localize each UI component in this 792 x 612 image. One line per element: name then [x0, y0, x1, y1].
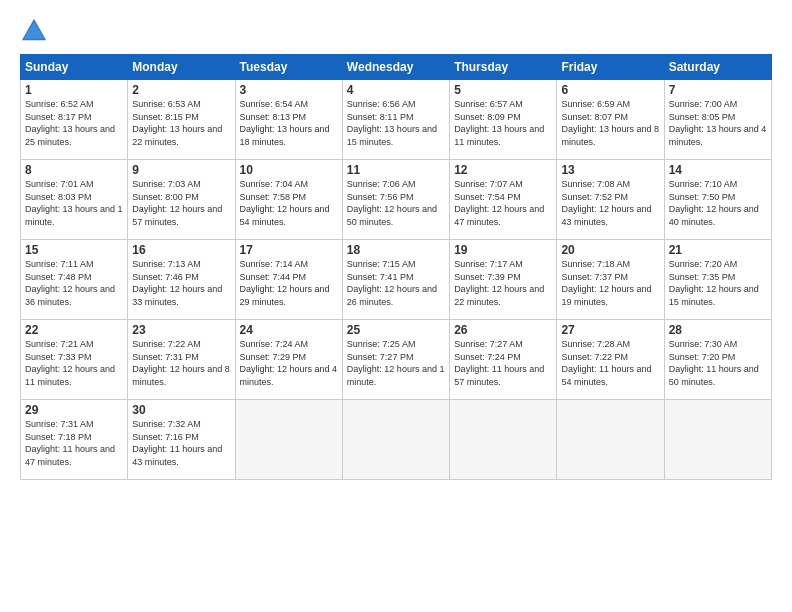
svg-marker-1: [24, 23, 45, 39]
calendar-week-2: 8Sunrise: 7:01 AMSunset: 8:03 PMDaylight…: [21, 160, 772, 240]
day-info: Sunrise: 6:57 AMSunset: 8:09 PMDaylight:…: [454, 99, 544, 147]
day-info: Sunrise: 7:28 AMSunset: 7:22 PMDaylight:…: [561, 339, 651, 387]
day-info: Sunrise: 7:32 AMSunset: 7:16 PMDaylight:…: [132, 419, 222, 467]
col-header-tuesday: Tuesday: [235, 55, 342, 80]
day-number: 28: [669, 323, 767, 337]
calendar-cell: [235, 400, 342, 480]
calendar-cell: 1Sunrise: 6:52 AMSunset: 8:17 PMDaylight…: [21, 80, 128, 160]
day-info: Sunrise: 7:08 AMSunset: 7:52 PMDaylight:…: [561, 179, 651, 227]
day-info: Sunrise: 7:30 AMSunset: 7:20 PMDaylight:…: [669, 339, 759, 387]
day-info: Sunrise: 7:00 AMSunset: 8:05 PMDaylight:…: [669, 99, 767, 147]
calendar-cell: 13Sunrise: 7:08 AMSunset: 7:52 PMDayligh…: [557, 160, 664, 240]
page-header: [20, 16, 772, 44]
calendar-cell: 20Sunrise: 7:18 AMSunset: 7:37 PMDayligh…: [557, 240, 664, 320]
day-info: Sunrise: 6:53 AMSunset: 8:15 PMDaylight:…: [132, 99, 222, 147]
calendar-cell: 25Sunrise: 7:25 AMSunset: 7:27 PMDayligh…: [342, 320, 449, 400]
calendar-cell: 12Sunrise: 7:07 AMSunset: 7:54 PMDayligh…: [450, 160, 557, 240]
day-number: 13: [561, 163, 659, 177]
day-number: 5: [454, 83, 552, 97]
calendar-cell: 18Sunrise: 7:15 AMSunset: 7:41 PMDayligh…: [342, 240, 449, 320]
calendar-cell: 28Sunrise: 7:30 AMSunset: 7:20 PMDayligh…: [664, 320, 771, 400]
day-info: Sunrise: 7:21 AMSunset: 7:33 PMDaylight:…: [25, 339, 115, 387]
day-number: 12: [454, 163, 552, 177]
calendar-cell: 24Sunrise: 7:24 AMSunset: 7:29 PMDayligh…: [235, 320, 342, 400]
calendar-cell: 19Sunrise: 7:17 AMSunset: 7:39 PMDayligh…: [450, 240, 557, 320]
calendar-cell: 26Sunrise: 7:27 AMSunset: 7:24 PMDayligh…: [450, 320, 557, 400]
calendar-week-1: 1Sunrise: 6:52 AMSunset: 8:17 PMDaylight…: [21, 80, 772, 160]
calendar-cell: 5Sunrise: 6:57 AMSunset: 8:09 PMDaylight…: [450, 80, 557, 160]
calendar-cell: 7Sunrise: 7:00 AMSunset: 8:05 PMDaylight…: [664, 80, 771, 160]
calendar-cell: 2Sunrise: 6:53 AMSunset: 8:15 PMDaylight…: [128, 80, 235, 160]
day-number: 11: [347, 163, 445, 177]
day-info: Sunrise: 7:14 AMSunset: 7:44 PMDaylight:…: [240, 259, 330, 307]
calendar-cell: 23Sunrise: 7:22 AMSunset: 7:31 PMDayligh…: [128, 320, 235, 400]
calendar-cell: 6Sunrise: 6:59 AMSunset: 8:07 PMDaylight…: [557, 80, 664, 160]
day-number: 26: [454, 323, 552, 337]
calendar-cell: 30Sunrise: 7:32 AMSunset: 7:16 PMDayligh…: [128, 400, 235, 480]
day-info: Sunrise: 6:52 AMSunset: 8:17 PMDaylight:…: [25, 99, 115, 147]
day-number: 29: [25, 403, 123, 417]
day-number: 17: [240, 243, 338, 257]
day-number: 15: [25, 243, 123, 257]
logo-icon: [20, 16, 48, 44]
calendar-cell: 14Sunrise: 7:10 AMSunset: 7:50 PMDayligh…: [664, 160, 771, 240]
day-number: 3: [240, 83, 338, 97]
day-info: Sunrise: 7:07 AMSunset: 7:54 PMDaylight:…: [454, 179, 544, 227]
day-info: Sunrise: 6:54 AMSunset: 8:13 PMDaylight:…: [240, 99, 330, 147]
col-header-friday: Friday: [557, 55, 664, 80]
calendar-cell: 11Sunrise: 7:06 AMSunset: 7:56 PMDayligh…: [342, 160, 449, 240]
calendar-cell: 17Sunrise: 7:14 AMSunset: 7:44 PMDayligh…: [235, 240, 342, 320]
day-info: Sunrise: 6:56 AMSunset: 8:11 PMDaylight:…: [347, 99, 437, 147]
day-info: Sunrise: 6:59 AMSunset: 8:07 PMDaylight:…: [561, 99, 659, 147]
day-number: 25: [347, 323, 445, 337]
calendar-cell: 29Sunrise: 7:31 AMSunset: 7:18 PMDayligh…: [21, 400, 128, 480]
day-number: 7: [669, 83, 767, 97]
col-header-thursday: Thursday: [450, 55, 557, 80]
col-header-saturday: Saturday: [664, 55, 771, 80]
day-number: 14: [669, 163, 767, 177]
day-info: Sunrise: 7:03 AMSunset: 8:00 PMDaylight:…: [132, 179, 222, 227]
calendar-cell: 16Sunrise: 7:13 AMSunset: 7:46 PMDayligh…: [128, 240, 235, 320]
day-number: 22: [25, 323, 123, 337]
day-number: 8: [25, 163, 123, 177]
calendar-cell: [342, 400, 449, 480]
calendar-cell: 9Sunrise: 7:03 AMSunset: 8:00 PMDaylight…: [128, 160, 235, 240]
col-header-wednesday: Wednesday: [342, 55, 449, 80]
day-number: 20: [561, 243, 659, 257]
calendar-cell: 21Sunrise: 7:20 AMSunset: 7:35 PMDayligh…: [664, 240, 771, 320]
day-info: Sunrise: 7:20 AMSunset: 7:35 PMDaylight:…: [669, 259, 759, 307]
day-number: 19: [454, 243, 552, 257]
calendar-cell: 3Sunrise: 6:54 AMSunset: 8:13 PMDaylight…: [235, 80, 342, 160]
day-info: Sunrise: 7:17 AMSunset: 7:39 PMDaylight:…: [454, 259, 544, 307]
logo: [20, 16, 52, 44]
calendar-cell: [557, 400, 664, 480]
day-info: Sunrise: 7:27 AMSunset: 7:24 PMDaylight:…: [454, 339, 544, 387]
day-info: Sunrise: 7:24 AMSunset: 7:29 PMDaylight:…: [240, 339, 338, 387]
day-number: 2: [132, 83, 230, 97]
calendar-table: SundayMondayTuesdayWednesdayThursdayFrid…: [20, 54, 772, 480]
day-info: Sunrise: 7:01 AMSunset: 8:03 PMDaylight:…: [25, 179, 123, 227]
day-number: 10: [240, 163, 338, 177]
day-number: 1: [25, 83, 123, 97]
calendar-cell: 15Sunrise: 7:11 AMSunset: 7:48 PMDayligh…: [21, 240, 128, 320]
calendar-cell: 22Sunrise: 7:21 AMSunset: 7:33 PMDayligh…: [21, 320, 128, 400]
calendar-cell: [664, 400, 771, 480]
calendar-cell: 10Sunrise: 7:04 AMSunset: 7:58 PMDayligh…: [235, 160, 342, 240]
day-info: Sunrise: 7:25 AMSunset: 7:27 PMDaylight:…: [347, 339, 445, 387]
day-number: 16: [132, 243, 230, 257]
day-number: 4: [347, 83, 445, 97]
day-info: Sunrise: 7:18 AMSunset: 7:37 PMDaylight:…: [561, 259, 651, 307]
calendar-cell: 4Sunrise: 6:56 AMSunset: 8:11 PMDaylight…: [342, 80, 449, 160]
calendar-cell: 8Sunrise: 7:01 AMSunset: 8:03 PMDaylight…: [21, 160, 128, 240]
day-info: Sunrise: 7:04 AMSunset: 7:58 PMDaylight:…: [240, 179, 330, 227]
calendar-cell: [450, 400, 557, 480]
day-number: 27: [561, 323, 659, 337]
day-number: 30: [132, 403, 230, 417]
calendar-week-5: 29Sunrise: 7:31 AMSunset: 7:18 PMDayligh…: [21, 400, 772, 480]
day-number: 9: [132, 163, 230, 177]
day-number: 23: [132, 323, 230, 337]
day-info: Sunrise: 7:31 AMSunset: 7:18 PMDaylight:…: [25, 419, 115, 467]
day-info: Sunrise: 7:15 AMSunset: 7:41 PMDaylight:…: [347, 259, 437, 307]
day-info: Sunrise: 7:10 AMSunset: 7:50 PMDaylight:…: [669, 179, 759, 227]
day-number: 24: [240, 323, 338, 337]
